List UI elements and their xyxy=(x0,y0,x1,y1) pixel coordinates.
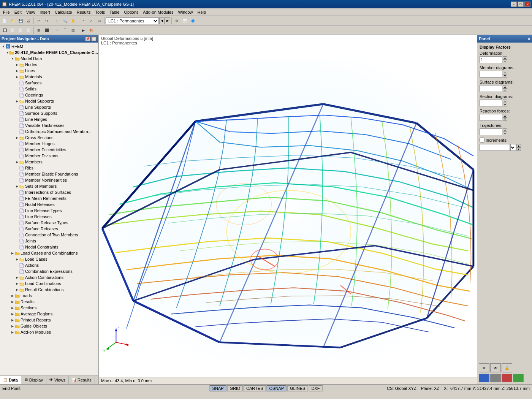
tree-toggle-38[interactable]: ▶ xyxy=(15,275,19,280)
menu-item-table[interactable]: Table xyxy=(107,10,122,15)
tree-item-21[interactable]: Member Elastic Foundations xyxy=(0,171,98,177)
snap-btn[interactable]: SNAP xyxy=(210,385,226,391)
tree-item-29[interactable]: Surface Release Types xyxy=(0,220,98,226)
save-icon[interactable]: 💾 xyxy=(17,17,24,25)
tree-item-33[interactable]: Nodal Constraints xyxy=(0,244,98,250)
zoom-icon[interactable]: 🔍 xyxy=(61,17,69,25)
lc-next[interactable]: ▶ xyxy=(165,17,170,24)
undo-icon[interactable]: ↩ xyxy=(35,17,43,25)
tree-item-13[interactable]: Variable Thicknesses xyxy=(0,122,98,128)
reaction-forces-spin-down[interactable]: ▼ xyxy=(503,117,507,121)
tree-item-45[interactable]: ▶Printout Reports xyxy=(0,317,98,323)
tree-item-39[interactable]: ▶Load Combinations xyxy=(0,280,98,287)
tree-item-38[interactable]: ▶Action Combinations xyxy=(0,274,98,280)
tree-item-43[interactable]: ▶Sections xyxy=(0,305,98,311)
deformation-input[interactable] xyxy=(480,56,502,63)
color-btn-green[interactable] xyxy=(513,374,524,382)
tree-item-8[interactable]: Openings xyxy=(0,92,98,98)
panel-view-btn[interactable]: 👁 xyxy=(490,363,501,372)
open-icon[interactable]: 📂 xyxy=(9,17,16,25)
color-icon[interactable]: 🎨 xyxy=(87,27,95,34)
tree-item-32[interactable]: Joints xyxy=(0,238,98,244)
panel-lock-btn[interactable]: 🔒 xyxy=(502,363,512,372)
tree-item-22[interactable]: Member Nonlinearities xyxy=(0,177,98,183)
menu-item-help[interactable]: Help xyxy=(195,10,209,15)
maximize-button[interactable]: □ xyxy=(518,2,524,7)
menu-item-edit[interactable]: Edit xyxy=(12,10,24,15)
glines-btn[interactable]: GLINES xyxy=(287,385,308,391)
color-btn-gray[interactable] xyxy=(490,374,501,382)
tree-item-18[interactable]: Member Divisions xyxy=(0,153,98,159)
tree-item-24[interactable]: Intersections of Surfaces xyxy=(0,189,98,195)
tree-toggle-23[interactable]: ▶ xyxy=(15,184,19,188)
increments-input[interactable] xyxy=(480,144,510,151)
moment-icon[interactable]: ⌒ xyxy=(61,27,69,34)
render-solid-icon[interactable]: ⬛ xyxy=(43,27,51,34)
minimize-button[interactable]: − xyxy=(511,2,517,7)
tree-item-2[interactable]: ▼Model Data xyxy=(0,55,98,62)
tree-item-23[interactable]: ▶Sets of Members xyxy=(0,183,98,189)
tree-toggle-34[interactable]: ▶ xyxy=(11,251,14,255)
tree-item-35[interactable]: ▶Load Cases xyxy=(0,256,98,262)
tree-item-27[interactable]: Line Release Types xyxy=(0,207,98,214)
render-wire-icon[interactable]: ⊞ xyxy=(35,27,43,34)
tree-toggle-39[interactable]: ▶ xyxy=(15,281,19,286)
increments-spin-up[interactable]: ▲ xyxy=(516,144,521,147)
nav-pin[interactable]: 📌 xyxy=(85,36,90,41)
node-icon[interactable]: • xyxy=(79,17,87,25)
tree-item-17[interactable]: Member Eccentricities xyxy=(0,147,98,153)
tree-toggle-15[interactable]: ▶ xyxy=(15,135,19,140)
menu-item-view[interactable]: View xyxy=(24,10,38,15)
deform-icon[interactable]: 〰 xyxy=(53,27,61,34)
increments-combo[interactable] xyxy=(510,144,516,151)
tree-toggle-46[interactable]: ▶ xyxy=(11,324,14,328)
tree-item-6[interactable]: Surfaces xyxy=(0,80,98,86)
tree-item-31[interactable]: Connection of Two Members xyxy=(0,232,98,238)
dxf-btn[interactable]: DXF xyxy=(309,385,322,391)
section-diagrams-spin-up[interactable]: ▲ xyxy=(503,100,507,103)
member-diagrams-spin-up[interactable]: ▲ xyxy=(503,71,507,74)
panel-edit-btn[interactable]: ✏ xyxy=(479,363,489,372)
tree-item-26[interactable]: Nodal Releases xyxy=(0,201,98,207)
tree-item-37[interactable]: Combination Expressions xyxy=(0,268,98,274)
tree-toggle-1[interactable]: ▼ xyxy=(6,50,9,55)
view-side-icon[interactable]: ⬜ xyxy=(25,27,32,34)
menu-item-calculate[interactable]: Calculate xyxy=(52,10,74,15)
menu-item-results[interactable]: Results xyxy=(74,10,93,15)
increments-spin-down[interactable]: ▼ xyxy=(516,147,521,151)
tree-item-0[interactable]: ▼RRFEM xyxy=(0,43,98,49)
tree-item-9[interactable]: ▶Nodal Supports xyxy=(0,98,98,104)
surface-diagrams-input[interactable] xyxy=(480,85,502,92)
close-button[interactable]: ✕ xyxy=(524,2,530,7)
tree-item-28[interactable]: Line Releases xyxy=(0,214,98,220)
tree-toggle-44[interactable]: ▶ xyxy=(11,312,14,316)
tree-item-12[interactable]: Line Hinges xyxy=(0,116,98,122)
view-3d-icon[interactable]: 🔲 xyxy=(1,27,8,34)
tree-toggle-5[interactable]: ▶ xyxy=(15,74,19,79)
menu-item-insert[interactable]: Insert xyxy=(37,10,52,15)
tree-toggle-2[interactable]: ▼ xyxy=(11,56,14,61)
tree-toggle-19[interactable]: ▶ xyxy=(15,160,19,164)
print-icon[interactable]: 🖨 xyxy=(25,17,32,25)
menu-item-add-on-modules[interactable]: Add-on Modules xyxy=(141,10,176,15)
lc-combo[interactable]: LC1 : Permanentes xyxy=(106,17,159,24)
redo-icon[interactable]: ↪ xyxy=(43,17,51,25)
tree-item-14[interactable]: Orthotropic Surfaces and Membra... xyxy=(0,128,98,135)
calc-icon[interactable]: ⚙ xyxy=(173,17,180,25)
color-btn-blue[interactable] xyxy=(479,374,489,382)
tree-item-25[interactable]: FE Mesh Refinements xyxy=(0,195,98,201)
tree-toggle-47[interactable]: ▶ xyxy=(11,330,14,334)
color-btn-red[interactable] xyxy=(502,374,512,382)
member-diagrams-input[interactable] xyxy=(480,71,502,78)
panel-close-button[interactable]: ✕ xyxy=(527,37,530,41)
tree-item-1[interactable]: ▼20-412_Modèle RFEM LCA_Charpente C... xyxy=(0,49,98,55)
increments-checkbox[interactable] xyxy=(480,138,484,142)
tree-item-5[interactable]: ▶Materials xyxy=(0,74,98,80)
member-diagrams-spin-down[interactable]: ▼ xyxy=(503,74,507,78)
trajectories-spin-up[interactable]: ▲ xyxy=(503,128,507,132)
tree-item-40[interactable]: ▶Result Combinations xyxy=(0,287,98,293)
tree-item-36[interactable]: Actions xyxy=(0,262,98,268)
nav-tab-display[interactable]: 🖥 Display xyxy=(21,376,46,384)
cartes-btn[interactable]: CARTES xyxy=(244,385,266,391)
lc-prev[interactable]: ◀ xyxy=(159,17,165,24)
